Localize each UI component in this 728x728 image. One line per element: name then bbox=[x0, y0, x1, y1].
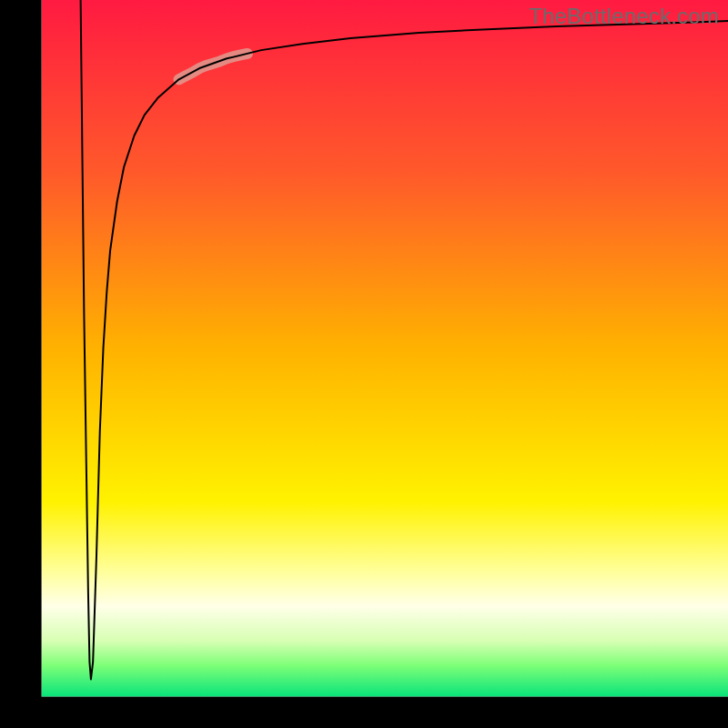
x-axis-band bbox=[0, 697, 728, 728]
watermark-label: TheBottleneck.com bbox=[529, 4, 719, 29]
chart-canvas bbox=[0, 0, 728, 728]
y-axis-band bbox=[0, 0, 42, 728]
chart-frame: TheBottleneck.com bbox=[0, 0, 728, 728]
plot-background bbox=[42, 0, 728, 697]
chart-svg bbox=[0, 0, 728, 728]
